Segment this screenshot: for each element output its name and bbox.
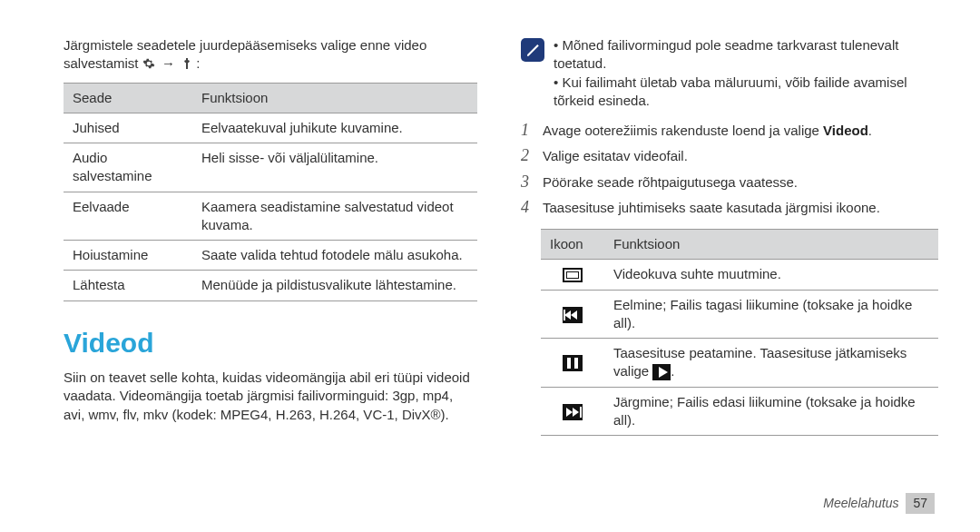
table-row: Hoiustamine Saate valida tehtud fotodele…: [64, 241, 477, 271]
table-row: Eelvaade Kaamera seadistamine salvestatu…: [64, 192, 477, 241]
section-body: Siin on teavet selle kohta, kuidas video…: [64, 369, 477, 424]
setting-cell: Juhised: [64, 113, 192, 143]
gear-icon: [142, 55, 159, 71]
setting-cell: Lähtesta: [64, 271, 192, 300]
function-cell: Taasesituse peatamine. Taasesituse jätka…: [604, 339, 938, 388]
function-cell: Menüüde ja pildistusvalikute lähtestamin…: [192, 271, 477, 300]
step: 1 Avage ooterežiimis rakenduste loend ja…: [521, 119, 935, 141]
left-column: Järgmistele seadetele juurdepääsemiseks …: [64, 36, 477, 514]
note-item: Mõned failivormingud pole seadme tarkvar…: [554, 36, 935, 74]
pause-icon: [563, 355, 583, 371]
next-icon: [563, 404, 583, 420]
arrow-icon: →: [162, 54, 175, 73]
step-number: 4: [521, 196, 543, 218]
function-cell: Eelvaatekuval juhikute kuvamine.: [192, 113, 477, 143]
table-row: Taasesituse peatamine. Taasesituse jätka…: [541, 339, 938, 388]
function-cell: Saate valida tehtud fotodele mälu asukoh…: [192, 241, 477, 271]
table-row: Videokuva suhte muutmine.: [541, 260, 938, 290]
previous-icon: [563, 307, 583, 323]
function-cell: Järgmine; Failis edasi liikumine (toksak…: [604, 387, 938, 436]
table-row: Audio salvestamine Heli sisse- või välja…: [64, 143, 477, 192]
step-text: Pöörake seade rõhtpaigutusega vaatesse.: [543, 173, 798, 192]
setting-cell: Hoiustamine: [64, 241, 192, 271]
col-function-header: Funktsioon: [192, 83, 477, 113]
col-setting-header: Seade: [64, 83, 192, 113]
function-cell: Eelmine; Failis tagasi liikumine (toksak…: [604, 290, 938, 339]
step-text: Avage ooterežiimis rakenduste loend ja v…: [543, 122, 872, 140]
icon-cell: [541, 260, 604, 290]
footer-section: Meelelahutus: [823, 496, 898, 510]
table-row: Järgmine; Failis edasi liikumine (toksak…: [541, 387, 938, 436]
page-number: 57: [906, 493, 935, 514]
note-box: Mõned failivormingud pole seadme tarkvar…: [521, 36, 935, 110]
step: 3 Pöörake seade rõhtpaigutusega vaatesse…: [521, 171, 935, 192]
settings-table: Seade Funktsioon Juhised Eelvaatekuval j…: [64, 83, 477, 301]
steps-list: 1 Avage ooterežiimis rakenduste loend ja…: [521, 119, 935, 218]
table-row: Eelmine; Failis tagasi liikumine (toksak…: [541, 290, 938, 339]
col-function-header: Funktsioon: [604, 230, 938, 260]
function-cell: Heli sisse- või väljalülitamine.: [192, 143, 477, 192]
step-number: 3: [521, 171, 543, 192]
manual-page: Järgmistele seadetele juurdepääsemiseks …: [0, 0, 980, 532]
icon-cell: [541, 290, 604, 339]
page-footer: Meelelahutus 57: [823, 493, 935, 514]
icon-cell: [541, 387, 604, 436]
note-item: Kui failimaht ületab vaba mäluruumi, või…: [554, 74, 935, 111]
step-number: 2: [521, 144, 543, 166]
step: 2 Valige esitatav videofail.: [521, 144, 935, 166]
note-icon: [521, 38, 544, 62]
section-title-videod: Videod: [64, 325, 477, 362]
tool-icon: [181, 55, 196, 71]
bold-word: Videod: [823, 123, 868, 138]
icon-cell: [541, 339, 604, 388]
settings-intro: Järgmistele seadetele juurdepääsemiseks …: [64, 36, 477, 74]
function-cell: Kaamera seadistamine salvestatud videot …: [192, 192, 477, 241]
intro-colon: :: [196, 55, 200, 71]
play-icon: [652, 364, 671, 380]
note-list: Mõned failivormingud pole seadme tarkvar…: [554, 36, 935, 110]
step-text: Valige esitatav videofail.: [543, 147, 688, 165]
setting-cell: Audio salvestamine: [64, 143, 192, 192]
table-row: Juhised Eelvaatekuval juhikute kuvamine.: [64, 113, 477, 143]
function-cell: Videokuva suhte muutmine.: [604, 260, 938, 290]
setting-cell: Eelvaade: [64, 192, 192, 241]
step-number: 1: [521, 119, 543, 141]
right-column: Mõned failivormingud pole seadme tarkvar…: [521, 36, 935, 514]
aspect-ratio-icon: [563, 268, 583, 282]
col-icon-header: Ikoon: [541, 230, 604, 260]
icon-table: Ikoon Funktsioon Videokuva suhte muutmin…: [541, 229, 938, 436]
intro-text: Järgmistele seadetele juurdepääsemiseks …: [64, 37, 426, 71]
step-text: Taasesituse juhtimiseks saate kasutada j…: [543, 199, 880, 217]
table-row: Lähtesta Menüüde ja pildistusvalikute lä…: [64, 271, 477, 300]
step: 4 Taasesituse juhtimiseks saate kasutada…: [521, 196, 935, 218]
